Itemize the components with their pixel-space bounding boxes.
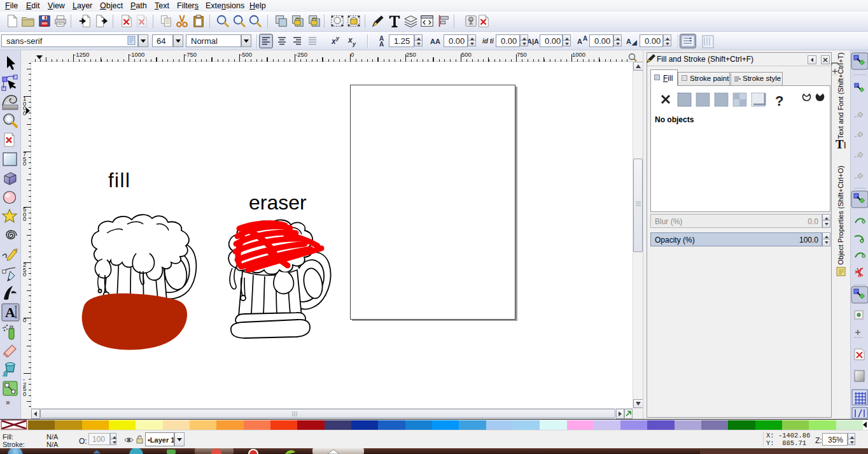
svg-text:»: » (6, 398, 10, 407)
svg-text:A: A (583, 35, 587, 42)
svg-text:A: A (626, 38, 631, 45)
svg-text:A: A (577, 38, 582, 45)
svg-text:?: ? (775, 93, 783, 109)
svg-text:A: A (379, 41, 384, 48)
svg-text:◢: ◢ (631, 39, 637, 46)
svg-text:No objects: No objects (655, 115, 694, 124)
svg-text:fill: fill (108, 169, 130, 192)
svg-text:A: A (5, 304, 15, 320)
svg-text:id ti: id ti (482, 38, 494, 45)
svg-text:y: y (352, 41, 356, 47)
svg-text:eraser: eraser (249, 191, 307, 214)
svg-text:AA: AA (430, 38, 440, 45)
svg-text:y: y (335, 35, 340, 41)
svg-text:A|A: A|A (527, 38, 539, 45)
